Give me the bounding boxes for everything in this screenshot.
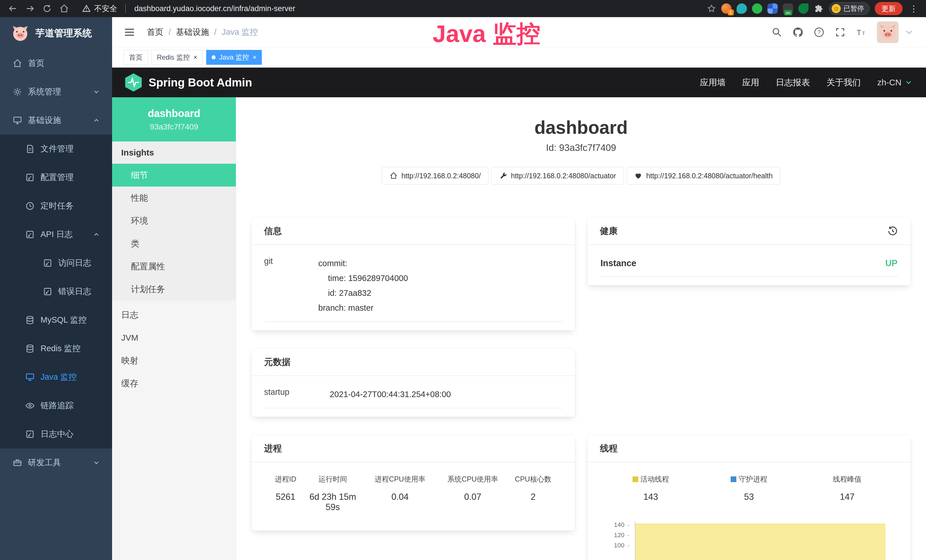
sba-sidebar-item-performance[interactable]: 性能: [112, 186, 236, 209]
chevron-up-icon: [93, 231, 100, 238]
sba-nav-wallboard[interactable]: 应用墙: [700, 77, 726, 88]
legend-label: 线程峰值: [833, 474, 861, 484]
tab-home[interactable]: 首页: [124, 50, 148, 65]
warning-icon: [82, 4, 91, 13]
browser-reload-button[interactable]: [41, 2, 54, 15]
chevron-down-icon: [93, 459, 100, 466]
sidebar-item-mysql-monitor[interactable]: MySQL 监控: [0, 306, 112, 334]
health-url-button[interactable]: http://192.168.0.2:48080/actuator/health: [626, 167, 780, 185]
metadata-card: 元数据 startup 2021-04-27T00:44:31.254+08:0…: [251, 349, 575, 417]
bookmark-star-icon[interactable]: [707, 4, 716, 13]
threads-legend-row: 活动线程 143 守护进程 53 线程峰值 147: [600, 466, 898, 512]
browser-home-button[interactable]: [57, 2, 71, 15]
y-axis-tick: 120: [600, 531, 630, 539]
site-security-indicator[interactable]: 不安全: [82, 3, 130, 14]
hamburger-icon[interactable]: [124, 26, 135, 38]
instance-id-line: Id: 93a3fc7f7409: [236, 142, 926, 153]
extension-leaf-icon[interactable]: [798, 3, 808, 14]
sidebar-item-home[interactable]: 首页: [0, 49, 112, 77]
breadcrumb-infra[interactable]: 基础设施: [176, 27, 209, 38]
database-icon: [25, 315, 35, 325]
tab-redis-monitor[interactable]: Redis 监控 ×: [151, 50, 203, 65]
sidebar-item-access-log[interactable]: 访问日志: [0, 249, 112, 277]
git-id-line: id: 27aa832: [318, 286, 408, 300]
sba-sidebar-item-classes[interactable]: 类: [112, 232, 236, 255]
sidebar-item-label: 链路追踪: [41, 400, 74, 412]
search-icon[interactable]: [772, 27, 782, 38]
breadcrumb-separator: /: [214, 27, 216, 37]
sidebar-item-trace[interactable]: 链路追踪: [0, 391, 112, 420]
sidebar-item-label: 访问日志: [58, 257, 91, 269]
y-axis-tick: 100: [600, 542, 630, 549]
browser-back-button[interactable]: [6, 2, 20, 15]
sidebar-item-java-monitor[interactable]: Java 监控: [0, 363, 112, 391]
sba-sidebar-item-scheduled-tasks[interactable]: 计划任务: [112, 278, 236, 301]
sba-nav-about[interactable]: 关于我们: [826, 77, 861, 88]
breadcrumb-home[interactable]: 首页: [147, 27, 163, 38]
page-title: dashboard: [236, 116, 926, 139]
sba-sidebar-item-logs[interactable]: 日志: [112, 304, 236, 326]
browser-forward-button[interactable]: [23, 2, 36, 15]
spring-boot-admin-logo-icon: [125, 73, 142, 92]
on-badge: on: [784, 10, 792, 15]
sidebar-item-scheduled-job[interactable]: 定时任务: [0, 192, 112, 220]
active-tab-dot: [212, 55, 216, 59]
extension-green-icon[interactable]: [752, 3, 762, 14]
instance-header[interactable]: dashboard 93a3fc7f7409: [112, 97, 236, 141]
sba-sidebar-item-environment[interactable]: 环境: [112, 209, 236, 232]
sidebar-item-log-center[interactable]: 日志中心: [0, 420, 112, 448]
extension-grid-icon[interactable]: [767, 3, 778, 14]
divider: [112, 301, 236, 304]
browser-menu-icon[interactable]: ⋮: [908, 4, 920, 14]
sidebar-item-api-log[interactable]: API 日志: [0, 220, 112, 249]
close-icon[interactable]: ×: [253, 54, 256, 61]
history-icon[interactable]: [887, 226, 898, 236]
sidebar-item-error-log[interactable]: 错误日志: [0, 277, 112, 306]
help-icon[interactable]: [814, 27, 825, 38]
app-logo-icon: [11, 24, 30, 42]
font-size-icon[interactable]: [856, 27, 867, 38]
document-icon: [25, 230, 35, 239]
info-row-git: git commit: time: 1596289704000 id: 27aa…: [264, 248, 562, 322]
sidebar-item-redis-monitor[interactable]: Redis 监控: [0, 334, 112, 363]
locale-selector[interactable]: zh-CN: [877, 77, 913, 87]
extension-drop-icon[interactable]: [737, 3, 747, 14]
browser-profile-chip[interactable]: ☺ 已暂停: [829, 2, 870, 15]
sidebar-item-label: 配置管理: [41, 172, 74, 183]
app-logo[interactable]: 芋道管理系统: [0, 17, 112, 49]
tab-java-monitor[interactable]: Java 监控 ×: [206, 50, 262, 65]
extension-on-icon[interactable]: on: [783, 3, 793, 14]
user-avatar[interactable]: [877, 21, 899, 43]
sidebar-item-infra[interactable]: 基础设施: [0, 106, 112, 135]
file-icon: [25, 144, 35, 154]
actuator-url-button[interactable]: http://192.168.0.2:48080/actuator: [492, 167, 624, 185]
metadata-row-startup: startup 2021-04-27T00:44:31.254+08:00: [264, 380, 562, 408]
sba-sidebar-item-mappings[interactable]: 映射: [112, 349, 236, 372]
close-icon[interactable]: ×: [194, 54, 197, 61]
stat-value: 0.07: [440, 492, 505, 502]
browser-update-button[interactable]: 更新: [875, 2, 903, 15]
instance-id: 93a3fc7f7409: [150, 123, 198, 132]
github-icon[interactable]: [793, 27, 803, 38]
monitor-icon: [25, 372, 35, 382]
sba-nav-applications[interactable]: 应用: [742, 77, 759, 88]
sba-sidebar-item-config-props[interactable]: 配置属性: [112, 255, 236, 278]
avatar-caret-icon[interactable]: [904, 27, 915, 38]
sba-sidebar-item-jvm[interactable]: JVM: [112, 326, 236, 349]
extensions-puzzle-icon[interactable]: [814, 3, 824, 14]
sba-sidebar-item-caches[interactable]: 缓存: [112, 372, 236, 395]
sidebar-item-config-manage[interactable]: 配置管理: [0, 163, 112, 192]
sidebar-item-file-manage[interactable]: 文件管理: [0, 135, 112, 163]
service-url-button[interactable]: http://192.168.0.2:48080/: [382, 167, 489, 185]
sidebar-item-devtools[interactable]: 研发工具: [0, 448, 112, 477]
sidebar-item-label: 首页: [28, 58, 44, 69]
sidebar-item-system[interactable]: 系统管理: [0, 77, 112, 106]
stat-value: 5261: [266, 492, 306, 502]
fullscreen-icon[interactable]: [835, 27, 846, 38]
process-stat: 系统CPU使用率 0.07: [440, 474, 505, 512]
app-sidebar: 芋道管理系统 首页 系统管理 基础设施 文件管理: [0, 17, 112, 560]
extension-fox-icon[interactable]: 1: [721, 3, 731, 14]
address-bar[interactable]: dashboard.yudao.iocoder.cn/infra/admin-s…: [134, 4, 703, 13]
sba-sidebar-item-details[interactable]: 细节: [112, 164, 236, 186]
sba-nav-journal[interactable]: 日志报表: [776, 77, 810, 88]
